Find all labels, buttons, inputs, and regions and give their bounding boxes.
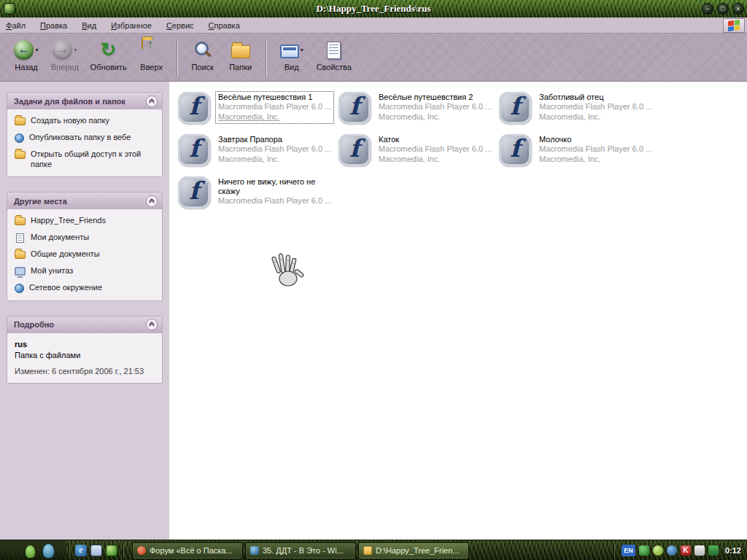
- place-my-computer[interactable]: Мой унитаз: [15, 266, 156, 276]
- tray-red-k-icon[interactable]: K: [681, 545, 691, 556]
- taskbar: e Форум «Всё о Паска... 35. ДДТ - В Это …: [0, 540, 747, 560]
- file-name: Завтрак Прапора: [218, 135, 331, 144]
- network-icon: [15, 284, 24, 293]
- tray-shield-icon[interactable]: [708, 545, 719, 556]
- menu-favorites[interactable]: Избранное: [111, 21, 152, 30]
- window-titlebar[interactable]: D:\Happy_Tree_Friends\rus − □ ×: [0, 0, 747, 18]
- place-parent-folder[interactable]: Happy_Tree_Friends: [15, 216, 156, 226]
- flash-file-icon: f: [178, 176, 210, 209]
- other-places-panel-header[interactable]: Другие места: [7, 192, 162, 209]
- flash-file-icon: f: [338, 134, 371, 166]
- details-folder-type: Папка с файлами: [15, 351, 156, 359]
- tray-icon-1[interactable]: [639, 545, 649, 556]
- tray-flower-icon[interactable]: [653, 545, 663, 556]
- properties-button[interactable]: Свойства: [311, 39, 357, 71]
- minimize-button[interactable]: −: [702, 3, 713, 15]
- publish-folder-task[interactable]: Опубликовать папку в вебе: [15, 133, 156, 143]
- file-tile[interactable]: f Весёлые путешевствия 2 Macromedia Flas…: [338, 92, 499, 134]
- file-app: Macromedia Flash Player 6.0 ...: [218, 144, 331, 155]
- views-button[interactable]: ▾ Вид: [273, 39, 311, 71]
- collapse-chevron-icon[interactable]: [146, 195, 158, 207]
- share-folder-task[interactable]: Открыть общий доступ к этой папке: [15, 149, 156, 170]
- back-dropdown-icon[interactable]: ▾: [35, 47, 38, 53]
- menu-view[interactable]: Вид: [82, 21, 96, 30]
- file-app: Macromedia Flash Player 6.0 ...: [539, 144, 652, 155]
- views-icon: [280, 44, 299, 58]
- file-tile[interactable]: f Молочко Macromedia Flash Player 6.0 ..…: [499, 134, 659, 176]
- search-button[interactable]: Поиск: [184, 39, 222, 71]
- folders-icon: [231, 45, 250, 58]
- my-documents-icon: [16, 233, 24, 243]
- file-company: Macromedia, Inc.: [379, 155, 492, 165]
- character-icon-1: [25, 545, 36, 559]
- file-app: Macromedia Flash Player 6.0 ...: [539, 102, 652, 112]
- maximize-button[interactable]: □: [717, 3, 729, 15]
- flash-file-icon: f: [178, 134, 210, 166]
- language-indicator[interactable]: EN: [622, 545, 635, 556]
- refresh-button[interactable]: ↻ Обновить: [85, 39, 133, 71]
- forward-icon: →: [53, 40, 72, 60]
- place-my-documents[interactable]: Мои документы: [15, 233, 156, 243]
- details-folder-name: rus: [15, 340, 156, 349]
- file-company: Macromedia, Inc.: [218, 112, 331, 122]
- place-network[interactable]: Сетевое окружение: [15, 283, 156, 293]
- flash-file-icon: f: [499, 92, 531, 124]
- menu-edit[interactable]: Правка: [40, 21, 67, 30]
- details-panel-header[interactable]: Подробно: [7, 316, 162, 333]
- back-button[interactable]: ←▾ Назад: [7, 39, 45, 71]
- menu-bar: Файл Правка Вид Избранное Сервис Справка: [0, 18, 747, 34]
- show-desktop-icon[interactable]: [90, 545, 102, 556]
- file-app: Macromedia Flash Player 6.0 ...: [218, 196, 334, 206]
- taskbar-task-forum[interactable]: Форум «Всё о Паска...: [133, 542, 242, 559]
- menu-help[interactable]: Справка: [209, 21, 240, 30]
- system-tray: EN K 0:12: [609, 543, 747, 558]
- forward-button[interactable]: →▾ Вперед: [45, 39, 85, 71]
- file-name: Заботливый отец: [539, 93, 652, 102]
- publish-web-icon: [15, 133, 24, 143]
- folders-button[interactable]: Папки: [222, 39, 260, 71]
- new-folder-task[interactable]: Создать новую папку: [15, 116, 156, 126]
- collapse-chevron-icon[interactable]: [146, 96, 158, 107]
- file-app: Macromedia Flash Player 6.0 ...: [218, 102, 331, 112]
- file-name: Весёлые путешевствия 2: [379, 93, 492, 102]
- windows-logo-icon: [723, 18, 745, 33]
- close-button[interactable]: ×: [732, 3, 744, 15]
- collapse-chevron-icon[interactable]: [146, 319, 158, 330]
- views-dropdown-icon[interactable]: ▾: [301, 47, 303, 53]
- up-button[interactable]: ↑ Вверх: [133, 39, 171, 71]
- tray-icon-5[interactable]: [694, 545, 705, 556]
- character-icon-2: [42, 543, 55, 559]
- flash-file-icon: f: [338, 92, 371, 124]
- share-folder-icon: [15, 151, 26, 159]
- file-tile[interactable]: f Заботливый отец Macromedia Flash Playe…: [499, 92, 659, 134]
- internet-explorer-icon[interactable]: e: [75, 545, 87, 556]
- file-tile[interactable]: f Завтрак Прапора Macromedia Flash Playe…: [178, 134, 338, 176]
- taskbar-task-music[interactable]: 35. ДДТ - В Это - Wi...: [246, 542, 355, 559]
- menu-file[interactable]: Файл: [6, 21, 26, 30]
- explorer-window: D:\Happy_Tree_Friends\rus − □ × Файл Пра…: [0, 0, 747, 560]
- other-places-panel: Другие места Happy_Tree_Friends Мои доку…: [7, 192, 163, 300]
- file-tile[interactable]: f Ничего не вижу, ничего не скажу Macrom…: [178, 176, 338, 219]
- file-name: Каток: [379, 135, 492, 144]
- media-player-icon[interactable]: [106, 545, 117, 556]
- file-company: Macromedia, Inc.: [218, 155, 331, 165]
- place-shared-documents[interactable]: Общие документы: [15, 249, 156, 260]
- taskbar-task-explorer[interactable]: D:\Happy_Tree_Frien...: [359, 542, 468, 559]
- file-tasks-panel-header[interactable]: Задачи для файлов и папок: [7, 93, 162, 109]
- file-tile[interactable]: f Весёлые путешевствия 1 Macromedia Flas…: [178, 92, 338, 134]
- file-tile[interactable]: f Каток Macromedia Flash Player 6.0 ... …: [338, 134, 499, 176]
- file-company: Macromedia, Inc.: [379, 112, 492, 122]
- folder-icon: [15, 217, 26, 225]
- shared-documents-icon: [15, 251, 26, 259]
- tray-globe-icon[interactable]: [667, 545, 677, 556]
- file-name: Молочко: [539, 135, 652, 144]
- flash-file-icon: f: [178, 92, 210, 124]
- properties-icon: [327, 42, 341, 59]
- menu-tools[interactable]: Сервис: [166, 21, 194, 30]
- search-icon: [193, 40, 212, 60]
- taskbar-clock[interactable]: 0:12: [725, 546, 741, 555]
- start-button[interactable]: [0, 540, 66, 560]
- file-list-area: f Весёлые путешевствия 1 Macromedia Flas…: [169, 82, 747, 540]
- forward-dropdown-icon: ▾: [74, 47, 77, 53]
- toolbar-separator: [266, 40, 267, 77]
